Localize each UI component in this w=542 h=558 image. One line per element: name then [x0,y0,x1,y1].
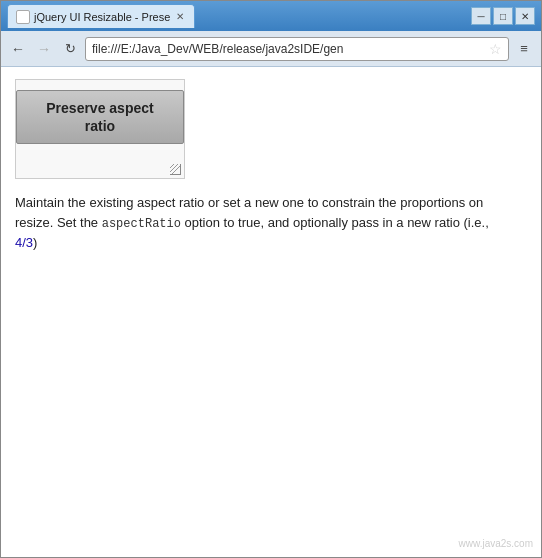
back-button[interactable]: ← [7,38,29,60]
browser-tab[interactable]: jQuery UI Resizable - Prese ✕ [7,4,195,28]
refresh-button[interactable]: ↻ [59,38,81,60]
minimize-button[interactable]: ─ [471,7,491,25]
resizable-box[interactable]: Preserve aspect ratio [15,79,185,179]
forward-button[interactable]: → [33,38,55,60]
description-text: Maintain the existing aspect ratio or se… [15,193,505,252]
title-bar: jQuery UI Resizable - Prese ✕ ─ □ ✕ [1,1,541,31]
maximize-button[interactable]: □ [493,7,513,25]
description-end: ) [33,235,37,250]
page-content: Preserve aspect ratio Maintain the exist… [1,67,541,557]
browser-menu-button[interactable]: ≡ [513,38,535,60]
close-button[interactable]: ✕ [515,7,535,25]
resizable-box-label: Preserve aspect ratio [16,90,184,144]
bookmark-icon[interactable]: ☆ [489,41,502,57]
page-icon [16,10,30,24]
description-link[interactable]: 4/3 [15,235,33,250]
tab-title: jQuery UI Resizable - Prese [34,11,170,23]
tab-close-button[interactable]: ✕ [174,11,186,22]
url-text: file:///E:/Java_Dev/WEB/release/java2sID… [92,42,485,56]
url-bar[interactable]: file:///E:/Java_Dev/WEB/release/java2sID… [85,37,509,61]
description-after: option to true, and optionally pass in a… [181,215,489,230]
tab-bar: jQuery UI Resizable - Prese ✕ [7,4,471,28]
address-bar: ← → ↻ file:///E:/Java_Dev/WEB/release/ja… [1,31,541,67]
watermark: www.java2s.com [459,538,533,549]
browser-window: jQuery UI Resizable - Prese ✕ ─ □ ✕ ← → … [0,0,542,558]
resize-handle[interactable] [170,164,182,176]
window-controls: ─ □ ✕ [471,7,535,25]
description-code: aspectRatio [102,217,181,231]
